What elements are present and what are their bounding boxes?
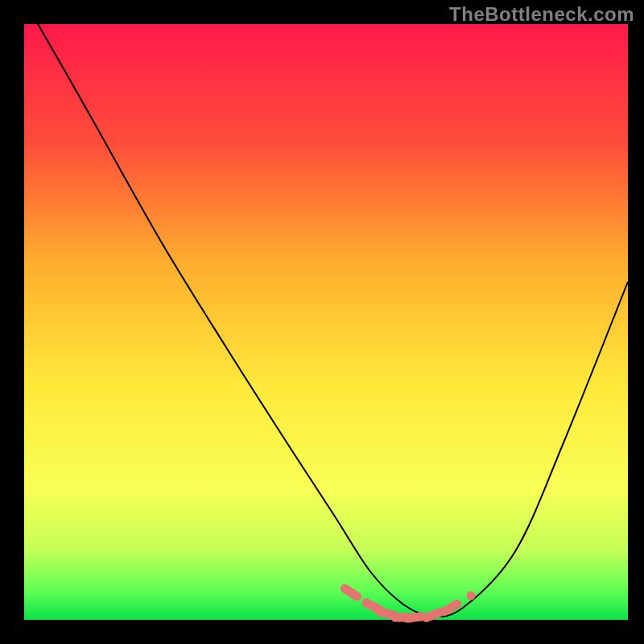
trough-marker [407, 617, 422, 618]
trough-marker [379, 612, 393, 615]
plot-area [24, 24, 628, 620]
trough-marker [427, 613, 440, 618]
watermark-text: TheBottleneck.com [449, 3, 634, 26]
chart-svg [0, 0, 644, 644]
chart-stage: TheBottleneck.com [0, 0, 644, 644]
